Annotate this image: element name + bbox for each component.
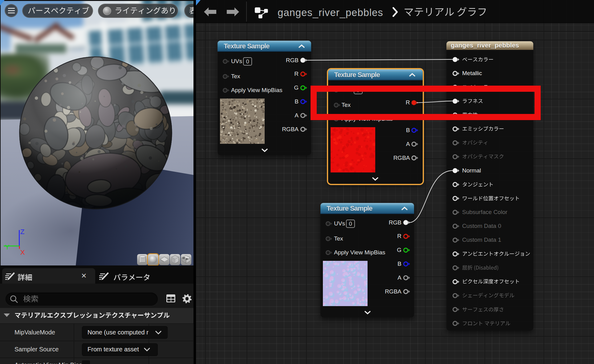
svg-text:Z: Z xyxy=(20,228,24,236)
svg-text:X: X xyxy=(20,249,25,256)
svg-text:Y: Y xyxy=(5,243,10,251)
